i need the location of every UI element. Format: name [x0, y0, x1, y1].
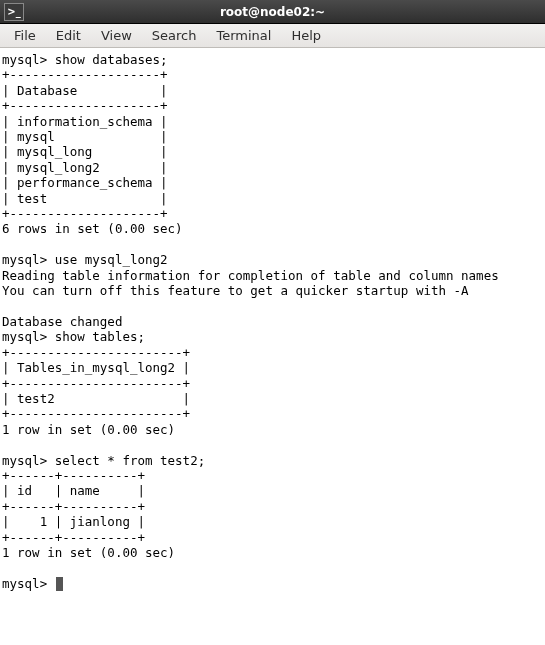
- table-header: | Database |: [2, 83, 168, 98]
- table-header: | id | name |: [2, 483, 145, 498]
- prompt: mysql>: [2, 52, 47, 67]
- table-sep: +------+----------+: [2, 499, 145, 514]
- menu-edit[interactable]: Edit: [46, 25, 91, 46]
- table-row: | mysql |: [2, 129, 168, 144]
- output-line: Database changed: [2, 314, 122, 329]
- menu-terminal[interactable]: Terminal: [206, 25, 281, 46]
- prompt: mysql>: [2, 252, 47, 267]
- table-sep: +-----------------------+: [2, 376, 190, 391]
- cmd-use-db: use mysql_long2: [55, 252, 168, 267]
- prompt: mysql>: [2, 453, 47, 468]
- result-summary: 1 row in set (0.00 sec): [2, 545, 175, 560]
- terminal-app-icon: >_: [4, 3, 24, 21]
- output-line: You can turn off this feature to get a q…: [2, 283, 469, 298]
- menu-view[interactable]: View: [91, 25, 142, 46]
- menu-file[interactable]: File: [4, 25, 46, 46]
- table-sep: +--------------------+: [2, 67, 168, 82]
- table-row: | mysql_long2 |: [2, 160, 168, 175]
- cmd-show-tables: show tables;: [55, 329, 145, 344]
- table-header: | Tables_in_mysql_long2 |: [2, 360, 190, 375]
- cmd-select: select * from test2;: [55, 453, 206, 468]
- menu-help[interactable]: Help: [281, 25, 331, 46]
- terminal-output[interactable]: mysql> show databases; +----------------…: [0, 48, 545, 645]
- window-titlebar: >_ root@node02:~: [0, 0, 545, 24]
- cmd-show-databases: show databases;: [55, 52, 168, 67]
- table-row: | test2 |: [2, 391, 190, 406]
- menu-search[interactable]: Search: [142, 25, 207, 46]
- table-row: | test |: [2, 191, 168, 206]
- table-row: | information_schema |: [2, 114, 168, 129]
- text-cursor: [56, 577, 63, 591]
- result-summary: 6 rows in set (0.00 sec): [2, 221, 183, 236]
- table-sep: +-----------------------+: [2, 406, 190, 421]
- table-sep: +------+----------+: [2, 468, 145, 483]
- prompt: mysql>: [2, 329, 47, 344]
- table-sep: +-----------------------+: [2, 345, 190, 360]
- table-row: | 1 | jianlong |: [2, 514, 145, 529]
- window-title: root@node02:~: [0, 5, 545, 19]
- menu-bar: File Edit View Search Terminal Help: [0, 24, 545, 48]
- table-row: | mysql_long |: [2, 144, 168, 159]
- table-sep: +--------------------+: [2, 98, 168, 113]
- table-row: | performance_schema |: [2, 175, 168, 190]
- table-sep: +------+----------+: [2, 530, 145, 545]
- prompt: mysql>: [2, 576, 47, 591]
- output-line: Reading table information for completion…: [2, 268, 499, 283]
- table-sep: +--------------------+: [2, 206, 168, 221]
- result-summary: 1 row in set (0.00 sec): [2, 422, 175, 437]
